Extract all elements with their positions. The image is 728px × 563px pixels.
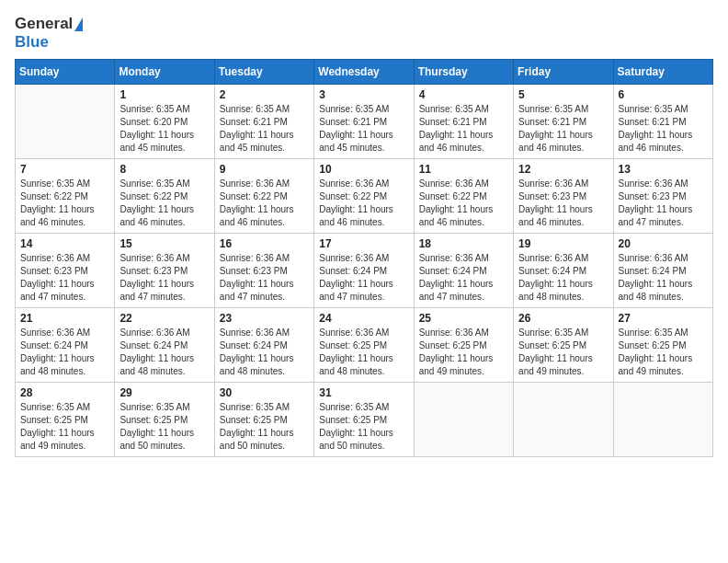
calendar-cell (613, 383, 712, 457)
calendar-cell: 5Sunrise: 6:35 AM Sunset: 6:21 PM Daylig… (514, 85, 613, 159)
day-detail: Sunrise: 6:36 AM Sunset: 6:22 PM Dayligh… (419, 178, 508, 229)
calendar-cell: 28Sunrise: 6:35 AM Sunset: 6:25 PM Dayli… (16, 383, 115, 457)
calendar-cell: 11Sunrise: 6:36 AM Sunset: 6:22 PM Dayli… (414, 159, 513, 234)
day-detail: Sunrise: 6:36 AM Sunset: 6:24 PM Dayligh… (20, 327, 109, 378)
day-number: 29 (119, 386, 209, 399)
day-number: 21 (20, 312, 109, 325)
calendar-cell: 1Sunrise: 6:35 AM Sunset: 6:20 PM Daylig… (115, 85, 214, 159)
day-detail: Sunrise: 6:36 AM Sunset: 6:24 PM Dayligh… (419, 252, 508, 304)
day-number: 10 (319, 163, 408, 176)
calendar-cell: 24Sunrise: 6:36 AM Sunset: 6:25 PM Dayli… (314, 308, 414, 383)
day-detail: Sunrise: 6:35 AM Sunset: 6:25 PM Dayligh… (518, 327, 608, 378)
calendar-cell: 17Sunrise: 6:36 AM Sunset: 6:24 PM Dayli… (314, 234, 414, 308)
day-detail: Sunrise: 6:36 AM Sunset: 6:24 PM Dayligh… (119, 327, 209, 378)
day-detail: Sunrise: 6:35 AM Sunset: 6:21 PM Dayligh… (220, 103, 309, 155)
day-detail: Sunrise: 6:35 AM Sunset: 6:22 PM Dayligh… (20, 178, 109, 229)
day-of-week-header: Saturday (613, 60, 712, 85)
day-number: 20 (619, 237, 708, 250)
calendar-cell: 15Sunrise: 6:36 AM Sunset: 6:23 PM Dayli… (115, 234, 214, 308)
calendar-cell: 27Sunrise: 6:35 AM Sunset: 6:25 PM Dayli… (613, 308, 712, 383)
day-number: 12 (518, 163, 608, 176)
day-detail: Sunrise: 6:35 AM Sunset: 6:25 PM Dayligh… (20, 401, 109, 453)
calendar-cell (16, 85, 115, 159)
day-detail: Sunrise: 6:36 AM Sunset: 6:23 PM Dayligh… (518, 178, 608, 229)
calendar-week-row: 7Sunrise: 6:35 AM Sunset: 6:22 PM Daylig… (16, 159, 713, 234)
day-number: 28 (20, 386, 109, 399)
calendar-cell: 14Sunrise: 6:36 AM Sunset: 6:23 PM Dayli… (16, 234, 115, 308)
day-detail: Sunrise: 6:36 AM Sunset: 6:25 PM Dayligh… (419, 327, 508, 378)
calendar-week-row: 14Sunrise: 6:36 AM Sunset: 6:23 PM Dayli… (16, 234, 713, 308)
day-number: 9 (220, 163, 309, 176)
day-number: 16 (220, 237, 309, 250)
day-number: 11 (419, 163, 508, 176)
day-number: 3 (319, 88, 408, 101)
day-detail: Sunrise: 6:35 AM Sunset: 6:25 PM Dayligh… (220, 401, 309, 453)
day-number: 13 (619, 163, 708, 176)
day-number: 31 (319, 386, 408, 399)
calendar-cell: 9Sunrise: 6:36 AM Sunset: 6:22 PM Daylig… (214, 159, 313, 234)
calendar-cell: 12Sunrise: 6:36 AM Sunset: 6:23 PM Dayli… (514, 159, 613, 234)
day-detail: Sunrise: 6:36 AM Sunset: 6:24 PM Dayligh… (518, 252, 608, 304)
day-detail: Sunrise: 6:35 AM Sunset: 6:25 PM Dayligh… (119, 401, 209, 453)
calendar-table: SundayMondayTuesdayWednesdayThursdayFrid… (15, 59, 713, 457)
day-number: 17 (319, 237, 408, 250)
day-detail: Sunrise: 6:35 AM Sunset: 6:21 PM Dayligh… (319, 103, 408, 155)
day-detail: Sunrise: 6:36 AM Sunset: 6:23 PM Dayligh… (20, 252, 109, 304)
calendar-cell: 30Sunrise: 6:35 AM Sunset: 6:25 PM Dayli… (214, 383, 313, 457)
day-detail: Sunrise: 6:36 AM Sunset: 6:23 PM Dayligh… (619, 178, 708, 229)
day-of-week-header: Monday (115, 60, 214, 85)
day-of-week-header: Friday (514, 60, 613, 85)
day-number: 26 (518, 312, 608, 325)
calendar-cell: 2Sunrise: 6:35 AM Sunset: 6:21 PM Daylig… (214, 85, 313, 159)
day-number: 27 (619, 312, 708, 325)
page-header: General Blue (15, 15, 713, 52)
day-detail: Sunrise: 6:35 AM Sunset: 6:21 PM Dayligh… (518, 103, 608, 155)
day-of-week-header: Tuesday (214, 60, 313, 85)
day-detail: Sunrise: 6:36 AM Sunset: 6:25 PM Dayligh… (319, 327, 408, 378)
calendar-cell: 6Sunrise: 6:35 AM Sunset: 6:21 PM Daylig… (613, 85, 712, 159)
calendar-cell: 21Sunrise: 6:36 AM Sunset: 6:24 PM Dayli… (16, 308, 115, 383)
calendar-cell: 20Sunrise: 6:36 AM Sunset: 6:24 PM Dayli… (613, 234, 712, 308)
day-number: 23 (220, 312, 309, 325)
day-detail: Sunrise: 6:36 AM Sunset: 6:24 PM Dayligh… (220, 327, 309, 378)
calendar-cell: 18Sunrise: 6:36 AM Sunset: 6:24 PM Dayli… (414, 234, 513, 308)
calendar-cell: 26Sunrise: 6:35 AM Sunset: 6:25 PM Dayli… (514, 308, 613, 383)
calendar-cell (514, 383, 613, 457)
calendar-week-row: 28Sunrise: 6:35 AM Sunset: 6:25 PM Dayli… (16, 383, 713, 457)
day-detail: Sunrise: 6:35 AM Sunset: 6:20 PM Dayligh… (119, 103, 209, 155)
logo: General Blue (15, 15, 83, 52)
day-number: 5 (518, 88, 608, 101)
day-detail: Sunrise: 6:35 AM Sunset: 6:21 PM Dayligh… (419, 103, 508, 155)
calendar-cell: 19Sunrise: 6:36 AM Sunset: 6:24 PM Dayli… (514, 234, 613, 308)
calendar-cell: 3Sunrise: 6:35 AM Sunset: 6:21 PM Daylig… (314, 85, 414, 159)
calendar-cell: 13Sunrise: 6:36 AM Sunset: 6:23 PM Dayli… (613, 159, 712, 234)
calendar-cell: 10Sunrise: 6:36 AM Sunset: 6:22 PM Dayli… (314, 159, 414, 234)
calendar-cell (414, 383, 513, 457)
day-number: 25 (419, 312, 508, 325)
calendar-cell: 31Sunrise: 6:35 AM Sunset: 6:25 PM Dayli… (314, 383, 414, 457)
day-number: 30 (220, 386, 309, 399)
day-of-week-header: Thursday (414, 60, 513, 85)
day-detail: Sunrise: 6:36 AM Sunset: 6:22 PM Dayligh… (220, 178, 309, 229)
logo-blue: Blue (15, 33, 49, 52)
day-of-week-header: Wednesday (314, 60, 414, 85)
day-number: 14 (20, 237, 109, 250)
logo-general: General (15, 15, 83, 33)
day-number: 22 (119, 312, 209, 325)
day-number: 4 (419, 88, 508, 101)
day-number: 24 (319, 312, 408, 325)
day-number: 6 (619, 88, 708, 101)
day-number: 8 (119, 163, 209, 176)
day-detail: Sunrise: 6:35 AM Sunset: 6:22 PM Dayligh… (119, 178, 209, 229)
calendar-cell: 16Sunrise: 6:36 AM Sunset: 6:23 PM Dayli… (214, 234, 313, 308)
calendar-cell: 23Sunrise: 6:36 AM Sunset: 6:24 PM Dayli… (214, 308, 313, 383)
calendar-week-row: 21Sunrise: 6:36 AM Sunset: 6:24 PM Dayli… (16, 308, 713, 383)
calendar-cell: 25Sunrise: 6:36 AM Sunset: 6:25 PM Dayli… (414, 308, 513, 383)
day-detail: Sunrise: 6:36 AM Sunset: 6:22 PM Dayligh… (319, 178, 408, 229)
calendar-cell: 4Sunrise: 6:35 AM Sunset: 6:21 PM Daylig… (414, 85, 513, 159)
day-number: 7 (20, 163, 109, 176)
day-detail: Sunrise: 6:35 AM Sunset: 6:25 PM Dayligh… (619, 327, 708, 378)
day-number: 19 (518, 237, 608, 250)
calendar-cell: 22Sunrise: 6:36 AM Sunset: 6:24 PM Dayli… (115, 308, 214, 383)
day-detail: Sunrise: 6:36 AM Sunset: 6:23 PM Dayligh… (220, 252, 309, 304)
